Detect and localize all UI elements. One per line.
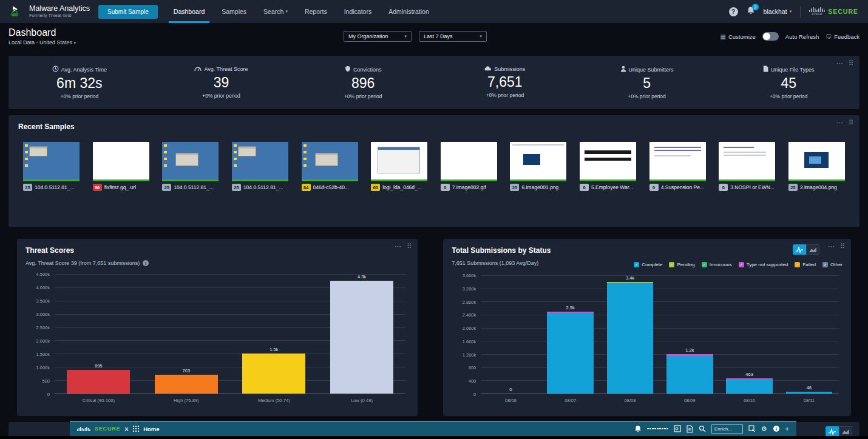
stacked-bar-08-08[interactable] xyxy=(607,282,654,394)
info-icon[interactable]: i xyxy=(773,425,780,432)
nav-item-dashboard[interactable]: Dashboard xyxy=(174,0,205,23)
bar-slot-critical-90-100[interactable]: 895Critical (90-100) xyxy=(55,274,143,394)
y-axis-tick: 0 xyxy=(27,392,50,397)
legend-label: Pending xyxy=(677,262,694,267)
bar-chart-toggle[interactable] xyxy=(793,244,806,255)
nav-item-administration[interactable]: Administration xyxy=(388,0,429,23)
metrics-row: Avg. Analysis Time6m 32s+0% prior period… xyxy=(8,65,860,99)
metric-label: Avg. Analysis Time xyxy=(8,65,151,73)
nav-item-samples[interactable]: Samples xyxy=(222,0,246,23)
observable-select-icon[interactable] xyxy=(748,425,756,432)
legend-checkbox: ✓ xyxy=(795,262,800,267)
apps-grid-icon[interactable] xyxy=(133,426,140,432)
bar-slot-medium-50-74[interactable]: 1.5kMedium (50-74) xyxy=(230,274,318,394)
bar-critical-90-100[interactable] xyxy=(67,370,130,394)
sample-thumbnail[interactable]: 04.Suspension Pe... xyxy=(649,142,706,191)
legend-checkbox: ✓ xyxy=(634,262,639,267)
bar-chart-toggle[interactable] xyxy=(826,426,839,437)
info-icon[interactable]: i xyxy=(143,260,149,266)
nav-item-indicators[interactable]: Indicators xyxy=(344,0,372,23)
y-axis-tick: 3.600k xyxy=(453,273,476,278)
organization-select[interactable]: My Organization▾ xyxy=(344,31,412,42)
stacked-bar-08-09[interactable] xyxy=(666,354,713,394)
submit-sample-button[interactable]: Submit Sample xyxy=(98,5,158,19)
sample-thumbnail[interactable]: 60logi_lda_046d_... xyxy=(371,142,427,191)
person-icon xyxy=(620,65,626,73)
sample-thumbnail[interactable]: 252.image004.png xyxy=(788,142,845,191)
nav-item-reports[interactable]: Reports xyxy=(305,0,327,23)
x-axis-label: Critical (90-100) xyxy=(83,398,115,403)
casebook-icon[interactable] xyxy=(687,425,693,433)
legend-failed[interactable]: ✓Failed xyxy=(795,262,816,267)
y-axis-tick: 4.000k xyxy=(27,285,50,290)
bell-icon[interactable] xyxy=(634,425,642,433)
more-options-icon[interactable]: ⋯ xyxy=(395,243,401,250)
sample-thumbnail[interactable]: 25104.0.5112.81_... xyxy=(162,142,219,191)
chart-subtitle-text: 7,651 Submissions (1,093 Avg/Day) xyxy=(452,260,538,266)
app-brand[interactable]: Malware Analytics Formerly Threat Grid xyxy=(10,5,90,18)
sample-thumbnail[interactable]: 25104.0.5112.81_... xyxy=(232,142,288,191)
bar-high-75-89[interactable] xyxy=(155,375,218,394)
feedback-button[interactable]: 🗨Feedback xyxy=(826,33,860,40)
user-menu[interactable]: blackhat ▾ xyxy=(764,8,792,15)
bar-medium-50-74[interactable] xyxy=(242,354,305,394)
bar-slot-08-09[interactable]: 1.2k08/09 xyxy=(660,275,719,394)
notifications-button[interactable]: 3 xyxy=(747,6,755,18)
bar-slot-08-11[interactable]: 4808/11 xyxy=(779,275,839,394)
sample-thumbnail[interactable]: 05.Employee War... xyxy=(580,142,636,191)
collapse-ribbon-icon[interactable]: + xyxy=(785,425,789,432)
sample-thumbnail[interactable]: 03.NOSPI or EWN... xyxy=(719,142,775,191)
metric-label-text: Avg. Threat Score xyxy=(204,66,248,72)
bar-low-0-49[interactable] xyxy=(330,281,393,394)
more-options-icon[interactable]: ⋯ xyxy=(836,119,843,127)
customize-button[interactable]: ▦Customize xyxy=(720,33,755,40)
bar-slot-08-10[interactable]: 46308/10 xyxy=(719,275,779,394)
scope-label: Local Data - United States xyxy=(8,39,72,45)
help-icon[interactable]: ? xyxy=(729,7,738,16)
nav-item-search[interactable]: Search▾ xyxy=(263,0,288,23)
legend-other[interactable]: ✓Other xyxy=(822,262,843,267)
x-axis-label: 08/10 xyxy=(744,398,755,403)
sample-thumbnail[interactable]: 25104.0.5112.81_... xyxy=(23,142,80,191)
sample-thumbnail[interactable]: 90fixfimz.gq_.url xyxy=(93,142,149,191)
bar-slot-08-07[interactable]: 2.5k08/07 xyxy=(541,275,600,394)
bar-slot-low-0-49[interactable]: 4.3kLow (0-49) xyxy=(318,274,406,394)
more-options-icon[interactable]: ⋯ xyxy=(828,243,835,250)
legend-label: Failed xyxy=(802,262,816,267)
stacked-bar-08-07[interactable] xyxy=(547,312,594,394)
bar-slot-high-75-89[interactable]: 703High (75-89) xyxy=(143,274,231,394)
enrich-input[interactable] xyxy=(711,424,743,434)
more-options-icon[interactable]: ⋯ xyxy=(836,59,843,67)
stacked-bar-08-11[interactable] xyxy=(786,392,833,394)
incidents-icon[interactable] xyxy=(674,425,681,432)
legend-complete[interactable]: ✓Complete xyxy=(634,262,662,267)
legend-pending[interactable]: ✓Pending xyxy=(669,262,694,267)
legend-innocuous[interactable]: ✓Innocuous xyxy=(702,262,732,267)
drag-handle-icon[interactable]: ⠿ xyxy=(849,59,853,67)
bar-slot-08-06[interactable]: 008/06 xyxy=(481,275,540,394)
sample-thumbnail[interactable]: 256.image001.png xyxy=(510,142,566,191)
shield-icon xyxy=(345,65,351,73)
apps-grid-icon[interactable] xyxy=(647,428,668,430)
metric-label-text: Submissions xyxy=(494,66,525,72)
threat-score-badge: 60 xyxy=(371,184,380,191)
area-chart-toggle[interactable] xyxy=(839,426,852,437)
sample-thumbnail[interactable]: 07.image002.gif xyxy=(441,142,497,191)
threat-scores-card: Threat Scores ⋯ ⠿ Avg. Threat Score 39 (… xyxy=(17,239,418,416)
malware-analytics-logo xyxy=(10,5,24,18)
sample-filename: fixfimz.gq_.url xyxy=(104,184,136,190)
drag-handle-icon[interactable]: ⠿ xyxy=(407,243,412,250)
bar-slot-08-08[interactable]: 3.4k08/08 xyxy=(600,275,660,394)
drag-handle-icon[interactable]: ⠿ xyxy=(840,243,845,250)
ribbon-home-button[interactable]: Home xyxy=(143,426,159,432)
auto-refresh-toggle[interactable] xyxy=(762,32,779,41)
area-chart-toggle[interactable] xyxy=(806,244,819,255)
chart-type-toggles xyxy=(826,426,852,437)
legend-type-not-supported[interactable]: ✓Type not supported xyxy=(739,262,788,267)
drag-handle-icon[interactable]: ⠿ xyxy=(849,119,853,127)
date-range-select[interactable]: Last 7 Days▾ xyxy=(419,31,487,42)
settings-gear-icon[interactable]: ⚙ xyxy=(761,425,767,433)
search-icon[interactable] xyxy=(699,425,706,432)
stacked-bar-08-10[interactable] xyxy=(726,378,773,394)
sample-thumbnail[interactable]: 84046d-c52b-40... xyxy=(302,142,358,191)
